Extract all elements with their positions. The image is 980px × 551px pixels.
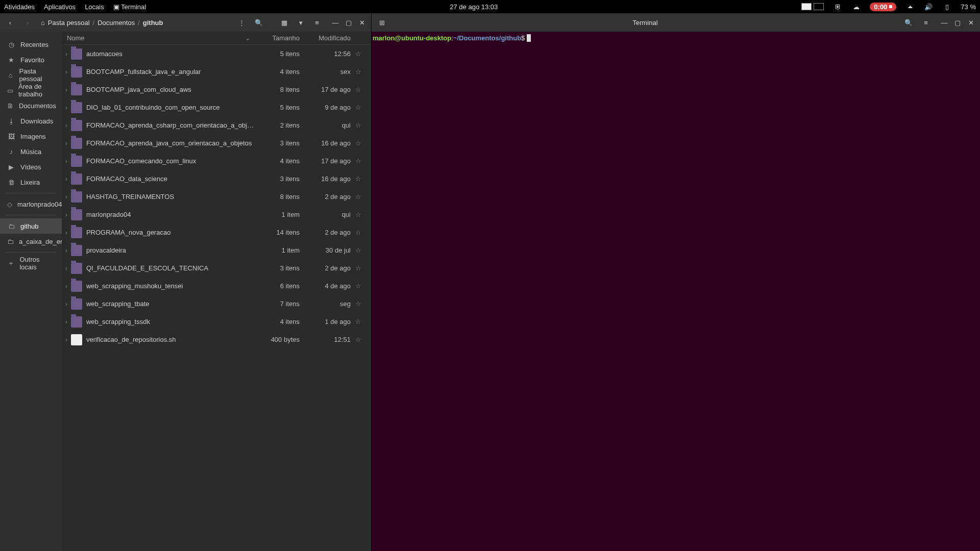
list-row[interactable]: ›marlonprado041 itemqui☆ (62, 206, 371, 223)
row-star-button[interactable]: ☆ (351, 175, 366, 183)
sidebar-item[interactable]: ◷Recentes (0, 37, 62, 52)
sidebar-item[interactable]: ◇marlonprado04@gmail.com (0, 196, 62, 212)
list-row[interactable]: ›provacaldeira1 item30 de jul☆ (62, 241, 371, 259)
list-row[interactable]: ›FORMACAO_data_science3 itens16 de ago☆ (62, 170, 371, 188)
window-minimize-button[interactable]: — (329, 16, 341, 29)
expand-toggle[interactable]: › (62, 229, 71, 236)
volume-icon[interactable]: 🔊 (924, 2, 933, 11)
row-star-button[interactable]: ☆ (351, 282, 366, 290)
window-close-button[interactable]: ✕ (356, 16, 368, 29)
hamburger-menu[interactable]: ≡ (310, 15, 324, 30)
sidebar-item[interactable]: ⌂Pasta pessoal (0, 67, 62, 83)
breadcrumb-seg-documentos[interactable]: Documentos (97, 19, 135, 27)
weather-icon[interactable]: ☁ (851, 2, 861, 11)
expand-toggle[interactable]: › (62, 86, 71, 93)
expand-toggle[interactable]: › (62, 139, 71, 147)
breadcrumb[interactable]: ⌂ Pasta pessoal / Documentos / github (38, 19, 231, 27)
terminal-search-button[interactable]: 🔍 (901, 15, 916, 30)
list-row[interactable]: ›HASHTAG_TREINAMENTOS8 itens2 de ago☆ (62, 188, 371, 206)
expand-toggle[interactable]: › (62, 318, 71, 325)
list-row[interactable]: ›FORMACAO_aprenda_java_com_orientacao_a_… (62, 134, 371, 152)
terminal-menu-button[interactable]: ≡ (919, 15, 933, 30)
expand-toggle[interactable]: › (62, 104, 71, 111)
places-menu[interactable]: Locais (85, 3, 104, 11)
path-menu-button[interactable]: ⋮ (234, 15, 249, 30)
row-star-button[interactable]: ☆ (351, 229, 366, 236)
expand-toggle[interactable]: › (62, 336, 71, 343)
col-header-modified[interactable]: Modificado (300, 34, 351, 42)
list-row[interactable]: ›BOOTCAMP_java_com_cloud_aws8 itens17 de… (62, 81, 371, 98)
view-grid-button[interactable]: ▦ (277, 15, 291, 30)
window-maximize-button[interactable]: ▢ (951, 16, 964, 29)
row-star-button[interactable]: ☆ (351, 211, 366, 218)
sidebar-item[interactable]: ★Favorito (0, 52, 62, 67)
sidebar-item[interactable]: 🗑Lixeira (0, 174, 62, 190)
focused-app[interactable]: ▣ Terminal (113, 3, 146, 11)
sidebar-item[interactable]: 🗀a_caixa_de_entrada (0, 234, 62, 249)
row-star-button[interactable]: ☆ (351, 104, 366, 111)
window-minimize-button[interactable]: — (938, 16, 950, 29)
row-star-button[interactable]: ☆ (351, 86, 366, 93)
applications-menu[interactable]: Aplicativos (44, 3, 76, 11)
list-row[interactable]: ›DIO_lab_01_contribuindo_com_open_source… (62, 98, 371, 116)
list-row[interactable]: ›FORMACAO_comecando_com_linux4 itens17 d… (62, 152, 371, 170)
keyboard-layout-indicator[interactable] (801, 3, 824, 10)
battery-icon[interactable]: ▯ (942, 2, 951, 11)
list-row[interactable]: ›BOOTCAMP_fullstack_java_e_angular4 iten… (62, 63, 371, 81)
list-row[interactable]: ›PROGRAMA_nova_geracao14 itens2 de ago☆ (62, 223, 371, 241)
expand-toggle[interactable]: › (62, 157, 71, 165)
expand-toggle[interactable]: › (62, 121, 71, 129)
sidebar-item[interactable]: ＋Outros locais (0, 256, 62, 271)
breadcrumb-seg-github[interactable]: github (143, 19, 163, 27)
row-star-button[interactable]: ☆ (351, 246, 366, 254)
sidebar-item[interactable]: 🗎Documentos (0, 98, 62, 113)
shield-icon[interactable]: ⛨ (833, 2, 842, 11)
list-row[interactable]: ›FORMACAO_aprenda_csharp_com_orientacao_… (62, 116, 371, 134)
breadcrumb-seg-home[interactable]: Pasta pessoal (48, 19, 90, 27)
sidebar-item[interactable]: ▭Área de trabalho (0, 83, 62, 98)
clock[interactable]: 27 de ago 13:03 (450, 3, 498, 11)
sidebar-item[interactable]: 🖼Imagens (0, 129, 62, 144)
activities-button[interactable]: Atividades (4, 3, 35, 11)
nav-forward-button[interactable]: › (20, 15, 35, 30)
new-tab-button[interactable]: ⊞ (375, 15, 389, 30)
expand-toggle[interactable]: › (62, 175, 71, 183)
col-header-name[interactable]: Nome (62, 34, 245, 42)
row-star-button[interactable]: ☆ (351, 193, 366, 201)
row-star-button[interactable]: ☆ (351, 264, 366, 272)
view-dropdown[interactable]: ▾ (295, 16, 307, 29)
window-close-button[interactable]: ✕ (965, 16, 977, 29)
row-star-button[interactable]: ☆ (351, 157, 366, 165)
expand-toggle[interactable]: › (62, 264, 71, 272)
expand-toggle[interactable]: › (62, 300, 71, 308)
row-star-button[interactable]: ☆ (351, 68, 366, 76)
search-button[interactable]: 🔍 (252, 15, 266, 30)
sidebar-item[interactable]: 🗀github (0, 218, 62, 234)
expand-toggle[interactable]: › (62, 211, 71, 218)
terminal-body[interactable]: marlon@ubuntu-desktop:~/Documentos/githu… (372, 32, 980, 551)
expand-toggle[interactable]: › (62, 246, 71, 254)
wifi-icon[interactable]: ⏶ (905, 2, 915, 11)
nav-back-button[interactable]: ‹ (3, 15, 17, 30)
row-star-button[interactable]: ☆ (351, 318, 366, 325)
window-maximize-button[interactable]: ▢ (342, 16, 355, 29)
expand-toggle[interactable]: › (62, 282, 71, 290)
list-row[interactable]: ›verificacao_de_repositorios.sh400 bytes… (62, 331, 371, 348)
row-star-button[interactable]: ☆ (351, 50, 366, 58)
row-star-button[interactable]: ☆ (351, 300, 366, 308)
do-not-disturb-indicator[interactable]: 0:00 (870, 3, 896, 11)
list-row[interactable]: ›web_scrapping_mushoku_tensei6 itens4 de… (62, 277, 371, 295)
col-header-size[interactable]: Tamanho (254, 34, 300, 42)
expand-toggle[interactable]: › (62, 68, 71, 76)
expand-toggle[interactable]: › (62, 193, 71, 201)
sidebar-item[interactable]: ♪Música (0, 144, 62, 159)
list-row[interactable]: ›web_scrapping_tbate7 itensseg☆ (62, 295, 371, 313)
list-row[interactable]: ›automacoes5 itens12:56☆ (62, 45, 371, 63)
row-star-button[interactable]: ☆ (351, 121, 366, 129)
list-row[interactable]: ›web_scrapping_tssdk4 itens1 de ago☆ (62, 313, 371, 331)
row-star-button[interactable]: ☆ (351, 336, 366, 343)
list-row[interactable]: ›QI_FACULDADE_E_ESCOLA_TECNICA3 itens2 d… (62, 259, 371, 277)
row-star-button[interactable]: ☆ (351, 139, 366, 147)
expand-toggle[interactable]: › (62, 50, 71, 58)
sidebar-item[interactable]: ⭳Downloads (0, 113, 62, 129)
